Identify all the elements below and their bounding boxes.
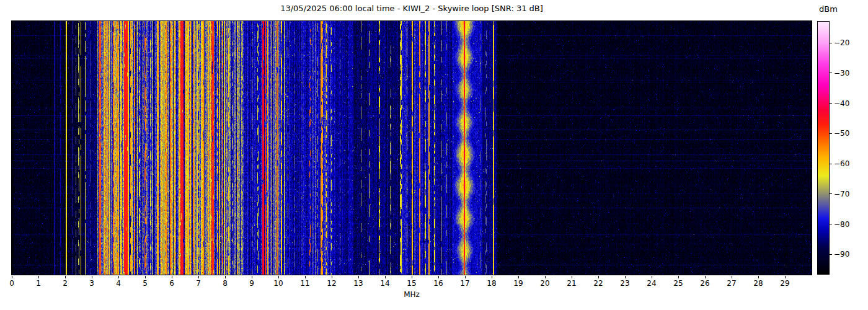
x-tick xyxy=(305,276,306,278)
colorbar-tick xyxy=(830,43,832,43)
colorbar-tick-label: −80 xyxy=(834,220,849,229)
x-tick xyxy=(598,276,599,278)
spectrogram-canvas xyxy=(12,21,812,275)
colorbar-tick xyxy=(830,133,832,134)
x-tick-label: 0 xyxy=(1,279,22,288)
x-tick-label: 22 xyxy=(588,279,609,288)
colorbar-tick-label: −90 xyxy=(834,250,849,259)
x-tick-label: 3 xyxy=(81,279,102,288)
colorbar-unit-label: dBm xyxy=(813,4,843,14)
x-tick-label: 12 xyxy=(321,279,342,288)
x-tick xyxy=(438,276,439,278)
colorbar-tick xyxy=(830,103,832,104)
x-tick xyxy=(785,276,786,278)
x-tick-label: 18 xyxy=(481,279,502,288)
colorbar-tick xyxy=(830,254,832,255)
x-tick-label: 8 xyxy=(215,279,236,288)
x-tick-label: 24 xyxy=(641,279,662,288)
colorbar xyxy=(817,21,830,275)
colorbar-tick-label: −20 xyxy=(834,38,849,47)
spectrogram-plot-area xyxy=(11,20,812,275)
x-tick xyxy=(225,276,226,278)
x-tick-label: 14 xyxy=(374,279,396,288)
colorbar-tick-label: −60 xyxy=(834,159,849,168)
x-tick xyxy=(172,276,172,278)
x-tick xyxy=(65,276,66,278)
x-tick-label: 9 xyxy=(241,279,262,288)
x-tick-label: 23 xyxy=(614,279,636,288)
colorbar-tick-label: −30 xyxy=(834,69,849,78)
x-axis-label: MHz xyxy=(12,290,812,299)
x-tick xyxy=(652,276,652,278)
x-tick xyxy=(332,276,332,278)
x-tick-label: 16 xyxy=(428,279,449,288)
x-tick-label: 28 xyxy=(748,279,769,288)
x-tick xyxy=(625,276,626,278)
x-tick-label: 19 xyxy=(508,279,529,288)
colorbar-tick xyxy=(830,224,832,224)
x-tick-label: 11 xyxy=(294,279,316,288)
x-tick xyxy=(358,276,359,278)
x-tick-label: 26 xyxy=(694,279,715,288)
x-tick xyxy=(465,276,466,278)
x-tick-label: 7 xyxy=(188,279,209,288)
x-tick xyxy=(572,276,572,278)
x-tick-label: 17 xyxy=(454,279,476,288)
x-tick-label: 2 xyxy=(55,279,76,288)
x-tick xyxy=(412,276,412,278)
x-tick-label: 20 xyxy=(534,279,556,288)
x-tick xyxy=(678,276,679,278)
x-tick-label: 13 xyxy=(348,279,369,288)
x-tick xyxy=(118,276,119,278)
x-tick xyxy=(252,276,252,278)
colorbar-tick-label: −50 xyxy=(834,129,849,138)
colorbar-tick-label: −70 xyxy=(834,190,849,198)
plot-title: 13/05/2025 06:00 local time - KIWI_2 - S… xyxy=(12,4,812,13)
x-tick xyxy=(198,276,199,278)
x-tick xyxy=(518,276,519,278)
x-tick xyxy=(278,276,279,278)
spectrogram-figure: 13/05/2025 06:00 local time - KIWI_2 - S… xyxy=(0,0,868,310)
colorbar-tick xyxy=(830,193,832,194)
x-tick xyxy=(492,276,492,278)
x-tick-label: 6 xyxy=(161,279,182,288)
x-tick xyxy=(732,276,732,278)
x-tick xyxy=(145,276,146,278)
x-tick-label: 15 xyxy=(401,279,422,288)
x-tick-label: 25 xyxy=(668,279,689,288)
colorbar-tick-label: −40 xyxy=(834,99,849,108)
x-tick xyxy=(92,276,92,278)
colorbar-tick xyxy=(830,164,832,164)
x-tick-label: 21 xyxy=(561,279,582,288)
x-tick-label: 29 xyxy=(774,279,795,288)
x-tick xyxy=(38,276,39,278)
x-tick-label: 1 xyxy=(28,279,49,288)
x-tick xyxy=(12,276,12,278)
x-tick xyxy=(758,276,759,278)
x-tick-label: 10 xyxy=(268,279,289,288)
colorbar-gradient xyxy=(818,22,829,274)
x-tick-label: 5 xyxy=(135,279,156,288)
x-tick xyxy=(705,276,706,278)
x-tick-label: 4 xyxy=(108,279,129,288)
x-tick xyxy=(385,276,386,278)
x-tick-label: 27 xyxy=(721,279,742,288)
colorbar-tick xyxy=(830,73,832,73)
x-tick xyxy=(545,276,546,278)
